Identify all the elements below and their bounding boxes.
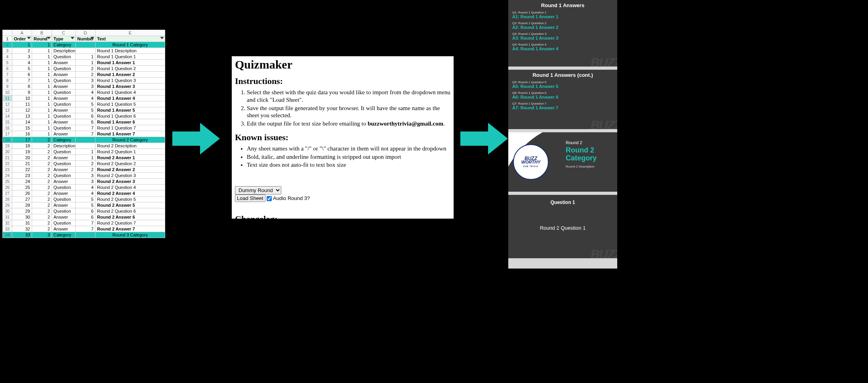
cell[interactable]: 32 [12, 226, 32, 232]
cell[interactable]: Question [52, 78, 76, 84]
cell[interactable]: 2 [32, 202, 52, 208]
cell[interactable]: Answer [52, 191, 76, 196]
filter-icon[interactable] [90, 37, 94, 41]
row-header[interactable]: 2 [3, 42, 12, 48]
cell[interactable]: Category [52, 232, 76, 238]
cell[interactable]: Answer [52, 84, 76, 90]
cell[interactable]: Question [52, 113, 76, 119]
cell[interactable]: 3 [76, 173, 95, 179]
slide-answers-1[interactable]: Round 1 Answers Q1: Round 1 Question 1A1… [508, 0, 617, 67]
table-row[interactable]: 33322Answer7Round 2 Answer 7 [3, 226, 165, 232]
table-row[interactable]: 29282Answer5Round 2 Answer 5 [3, 202, 165, 208]
row-header[interactable]: 26 [3, 185, 12, 191]
row-header[interactable]: 6 [3, 66, 12, 72]
cell[interactable]: 4 [76, 191, 95, 196]
col-header[interactable]: B [32, 30, 52, 36]
cell[interactable]: 5 [76, 202, 95, 208]
cell[interactable]: 1 [76, 155, 95, 161]
table-row[interactable]: 11101Answer4Round 1 Answer 4 [3, 95, 165, 101]
cell[interactable]: Round 1 Answer 7 [95, 131, 165, 137]
cell[interactable]: 6 [76, 208, 95, 214]
col-header[interactable]: A [12, 30, 32, 36]
cell[interactable]: Round 2 Question 3 [95, 173, 165, 179]
cell[interactable]: Round 2 Answer 5 [95, 202, 165, 208]
table-row[interactable]: 23222Answer2Round 2 Answer 2 [3, 167, 165, 173]
cell[interactable]: 15 [12, 125, 32, 131]
cell[interactable]: Round 1 Question 7 [95, 125, 165, 131]
cell[interactable]: Round 1 Question 4 [95, 90, 165, 95]
cell[interactable]: Round 1 Answer 1 [95, 60, 165, 66]
cell[interactable]: 7 [76, 125, 95, 131]
cell[interactable]: Round 2 Answer 4 [95, 191, 165, 196]
cell[interactable]: Round 1 Question 5 [95, 101, 165, 107]
table-row[interactable]: 12111Question5Round 1 Question 5 [3, 101, 165, 107]
cell[interactable]: 26 [12, 191, 32, 196]
cell[interactable]: 6 [76, 214, 95, 220]
spreadsheet-grid[interactable]: A B C D E 1 Order Round Type Number Text… [2, 30, 165, 238]
cell[interactable]: 2 [32, 196, 52, 202]
cell[interactable]: 1 [32, 42, 52, 48]
cell[interactable]: 1 [76, 60, 95, 66]
cell[interactable]: 2 [32, 214, 52, 220]
cell[interactable]: Answer [52, 167, 76, 173]
cell[interactable]: Round 2 Question 7 [95, 220, 165, 226]
slide-answers-2[interactable]: Round 1 Answers (cont.) Q5: Round 1 Ques… [508, 70, 617, 129]
row-header[interactable]: 34 [3, 232, 12, 238]
row-header[interactable]: 17 [3, 131, 12, 137]
cell[interactable]: 33 [12, 232, 32, 238]
filter-icon[interactable] [47, 37, 51, 41]
sheet-select[interactable]: Dummy Round [235, 186, 281, 194]
cell[interactable]: Round 1 Answer 2 [95, 72, 165, 78]
cell[interactable]: 2 [32, 208, 52, 214]
cell[interactable]: 1 [32, 66, 52, 72]
cell[interactable]: 30 [12, 214, 32, 220]
row-header[interactable]: 21 [3, 155, 12, 161]
cell[interactable]: Round 2 Category [95, 137, 165, 143]
cell[interactable]: Category [52, 42, 76, 48]
table-row[interactable]: 32312Question7Round 2 Question 7 [3, 220, 165, 226]
cell[interactable]: Question [52, 149, 76, 155]
header-cell[interactable]: Number [76, 36, 95, 42]
cell[interactable]: 5 [76, 107, 95, 113]
cell[interactable]: Round 3 Category [95, 232, 165, 238]
cell[interactable]: 1 [32, 101, 52, 107]
cell[interactable]: 1 [32, 54, 52, 60]
slide-question[interactable]: Question 1 Round 2 Question 1 BUZZ [508, 195, 617, 258]
cell[interactable]: Answer [52, 226, 76, 232]
cell[interactable]: Answer [52, 60, 76, 66]
cell[interactable]: 1 [32, 113, 52, 119]
cell[interactable]: Question [52, 196, 76, 202]
cell[interactable]: Round 2 Question 6 [95, 208, 165, 214]
cell[interactable]: Answer [52, 155, 76, 161]
table-row[interactable]: 14131Question6Round 1 Question 6 [3, 113, 165, 119]
cell[interactable]: 31 [12, 220, 32, 226]
cell[interactable]: Round 1 Category [95, 42, 165, 48]
row-header[interactable]: 11 [3, 95, 12, 101]
row-header[interactable]: 25 [3, 179, 12, 185]
row-header[interactable]: 23 [3, 167, 12, 173]
cell[interactable]: 11 [12, 101, 32, 107]
row-header[interactable]: 13 [3, 107, 12, 113]
cell[interactable]: 1 [32, 60, 52, 66]
cell[interactable]: 7 [76, 131, 95, 137]
cell[interactable]: Round 2 Answer 3 [95, 179, 165, 185]
cell[interactable]: Description [52, 143, 76, 149]
cell[interactable]: 24 [12, 179, 32, 185]
row-header[interactable]: 3 [3, 48, 12, 54]
table-row[interactable]: 541Answer1Round 1 Answer 1 [3, 60, 165, 66]
row-header[interactable]: 16 [3, 125, 12, 131]
row-header[interactable]: 19 [3, 143, 12, 149]
table-row[interactable]: 27262Answer4Round 2 Answer 4 [3, 191, 165, 196]
cell[interactable]: 4 [76, 90, 95, 95]
cell[interactable]: Round 2 Answer 6 [95, 214, 165, 220]
row-header[interactable]: 33 [3, 226, 12, 232]
filter-icon[interactable] [160, 37, 164, 41]
cell[interactable]: 1 [32, 95, 52, 101]
cell[interactable]: Answer [52, 202, 76, 208]
cell[interactable]: Answer [52, 119, 76, 125]
row-header[interactable]: 4 [3, 54, 12, 60]
cell[interactable]: 20 [12, 155, 32, 161]
table-row[interactable]: 26252Question4Round 2 Question 4 [3, 185, 165, 191]
cell[interactable] [76, 137, 95, 143]
row-header[interactable]: 1 [3, 36, 12, 42]
